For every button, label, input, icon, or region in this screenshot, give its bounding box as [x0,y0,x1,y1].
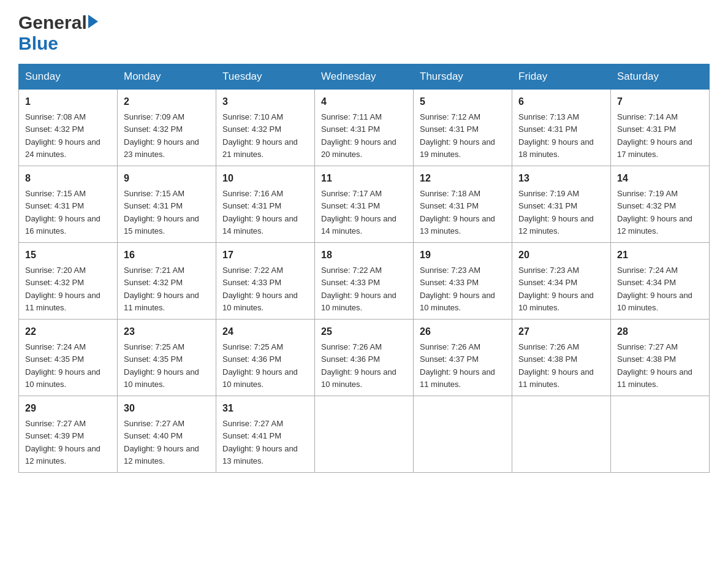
daylight-info: Daylight: 9 hours and 20 minutes. [321,137,396,159]
daylight-info: Daylight: 9 hours and 10 minutes. [321,367,396,389]
day-header-monday: Monday [118,64,216,90]
calendar-cell [414,396,512,473]
sunrise-info: Sunrise: 7:17 AM [321,189,382,198]
daylight-info: Daylight: 9 hours and 23 minutes. [124,137,199,159]
sunrise-info: Sunrise: 7:15 AM [124,189,184,198]
day-header-thursday: Thursday [414,64,512,90]
daylight-info: Daylight: 9 hours and 14 minutes. [321,214,396,236]
day-number: 31 [222,401,308,416]
calendar-cell: 19Sunrise: 7:23 AMSunset: 4:33 PMDayligh… [414,243,512,320]
daylight-info: Daylight: 9 hours and 16 minutes. [25,214,100,236]
sunrise-info: Sunrise: 7:20 AM [25,266,86,275]
calendar-cell: 17Sunrise: 7:22 AMSunset: 4:33 PMDayligh… [216,243,315,320]
sunset-info: Sunset: 4:32 PM [25,278,84,287]
week-row-1: 1Sunrise: 7:08 AMSunset: 4:32 PMDaylight… [19,90,710,166]
calendar-cell: 27Sunrise: 7:26 AMSunset: 4:38 PMDayligh… [512,320,611,396]
calendar-cell: 25Sunrise: 7:26 AMSunset: 4:36 PMDayligh… [315,320,414,396]
daylight-info: Daylight: 9 hours and 12 minutes. [25,444,100,465]
daylight-info: Daylight: 9 hours and 10 minutes. [124,367,199,389]
day-number: 7 [617,94,703,109]
sunrise-info: Sunrise: 7:24 AM [617,266,678,275]
week-row-2: 8Sunrise: 7:15 AMSunset: 4:31 PMDaylight… [19,166,710,243]
day-number: 16 [124,248,210,262]
calendar-cell: 21Sunrise: 7:24 AMSunset: 4:34 PMDayligh… [611,243,710,320]
calendar-cell: 12Sunrise: 7:18 AMSunset: 4:31 PMDayligh… [414,166,512,243]
sunrise-info: Sunrise: 7:26 AM [420,342,480,351]
calendar-cell: 1Sunrise: 7:08 AMSunset: 4:32 PMDaylight… [19,90,118,166]
daylight-info: Daylight: 9 hours and 10 minutes. [25,367,100,389]
sunrise-info: Sunrise: 7:27 AM [124,419,184,428]
daylight-info: Daylight: 9 hours and 12 minutes. [518,214,594,236]
calendar-table: SundayMondayTuesdayWednesdayThursdayFrid… [18,64,710,473]
day-number: 18 [321,248,407,262]
day-number: 23 [124,324,210,339]
sunrise-info: Sunrise: 7:10 AM [222,112,283,121]
calendar-cell: 22Sunrise: 7:24 AMSunset: 4:35 PMDayligh… [19,320,118,396]
sunrise-info: Sunrise: 7:23 AM [518,266,579,275]
daylight-info: Daylight: 9 hours and 11 minutes. [617,367,692,389]
day-number: 29 [25,401,111,416]
sunrise-info: Sunrise: 7:26 AM [518,342,579,351]
sunrise-info: Sunrise: 7:27 AM [222,419,283,428]
daylight-info: Daylight: 9 hours and 18 minutes. [518,137,594,159]
sunset-info: Sunset: 4:32 PM [124,278,183,287]
sunset-info: Sunset: 4:31 PM [420,201,479,210]
sunrise-info: Sunrise: 7:24 AM [25,342,86,351]
calendar-cell: 29Sunrise: 7:27 AMSunset: 4:39 PMDayligh… [19,396,118,473]
daylight-info: Daylight: 9 hours and 10 minutes. [222,367,298,389]
week-row-4: 22Sunrise: 7:24 AMSunset: 4:35 PMDayligh… [19,320,710,396]
sunset-info: Sunset: 4:31 PM [518,124,577,134]
sunrise-info: Sunrise: 7:13 AM [518,112,579,121]
day-number: 8 [25,171,111,186]
daylight-info: Daylight: 9 hours and 21 minutes. [222,137,298,159]
day-header-tuesday: Tuesday [216,64,315,90]
day-number: 14 [617,171,703,186]
calendar-cell: 20Sunrise: 7:23 AMSunset: 4:34 PMDayligh… [512,243,611,320]
day-number: 12 [420,171,506,186]
day-number: 20 [518,248,604,262]
sunrise-info: Sunrise: 7:12 AM [420,112,480,121]
daylight-info: Daylight: 9 hours and 15 minutes. [124,214,199,236]
sunset-info: Sunset: 4:41 PM [222,431,281,440]
day-header-friday: Friday [512,64,611,90]
day-number: 30 [124,401,210,416]
daylight-info: Daylight: 9 hours and 10 minutes. [321,291,396,312]
sunrise-info: Sunrise: 7:27 AM [617,342,678,351]
sunrise-info: Sunrise: 7:22 AM [222,266,283,275]
sunrise-info: Sunrise: 7:18 AM [420,189,480,198]
day-number: 27 [518,324,604,339]
day-number: 2 [124,94,210,109]
day-number: 3 [222,94,308,109]
sunrise-info: Sunrise: 7:21 AM [124,266,184,275]
calendar-cell: 3Sunrise: 7:10 AMSunset: 4:32 PMDaylight… [216,90,315,166]
logo: General Blue [18,12,99,54]
daylight-info: Daylight: 9 hours and 10 minutes. [420,291,495,312]
daylight-info: Daylight: 9 hours and 10 minutes. [617,291,692,312]
calendar-cell: 15Sunrise: 7:20 AMSunset: 4:32 PMDayligh… [19,243,118,320]
day-number: 13 [518,171,604,186]
sunset-info: Sunset: 4:31 PM [222,201,281,210]
calendar-cell: 11Sunrise: 7:17 AMSunset: 4:31 PMDayligh… [315,166,414,243]
calendar-cell: 6Sunrise: 7:13 AMSunset: 4:31 PMDaylight… [512,90,611,166]
sunset-info: Sunset: 4:34 PM [518,278,577,287]
sunset-info: Sunset: 4:38 PM [518,354,577,364]
calendar-cell: 16Sunrise: 7:21 AMSunset: 4:32 PMDayligh… [118,243,216,320]
sunrise-info: Sunrise: 7:23 AM [420,266,480,275]
calendar-cell [315,396,414,473]
sunrise-info: Sunrise: 7:25 AM [222,342,283,351]
sunset-info: Sunset: 4:35 PM [124,354,183,364]
calendar-cell: 14Sunrise: 7:19 AMSunset: 4:32 PMDayligh… [611,166,710,243]
calendar-cell: 10Sunrise: 7:16 AMSunset: 4:31 PMDayligh… [216,166,315,243]
sunset-info: Sunset: 4:35 PM [25,354,84,364]
sunset-info: Sunset: 4:39 PM [25,431,84,440]
calendar-cell: 2Sunrise: 7:09 AMSunset: 4:32 PMDaylight… [118,90,216,166]
calendar-cell: 26Sunrise: 7:26 AMSunset: 4:37 PMDayligh… [414,320,512,396]
daylight-info: Daylight: 9 hours and 11 minutes. [518,367,594,389]
daylight-info: Daylight: 9 hours and 11 minutes. [124,291,199,312]
calendar-cell: 23Sunrise: 7:25 AMSunset: 4:35 PMDayligh… [118,320,216,396]
calendar-cell: 30Sunrise: 7:27 AMSunset: 4:40 PMDayligh… [118,396,216,473]
day-number: 22 [25,324,111,339]
days-header-row: SundayMondayTuesdayWednesdayThursdayFrid… [19,64,710,90]
logo-general-text: General [18,12,87,33]
sunset-info: Sunset: 4:31 PM [518,201,577,210]
